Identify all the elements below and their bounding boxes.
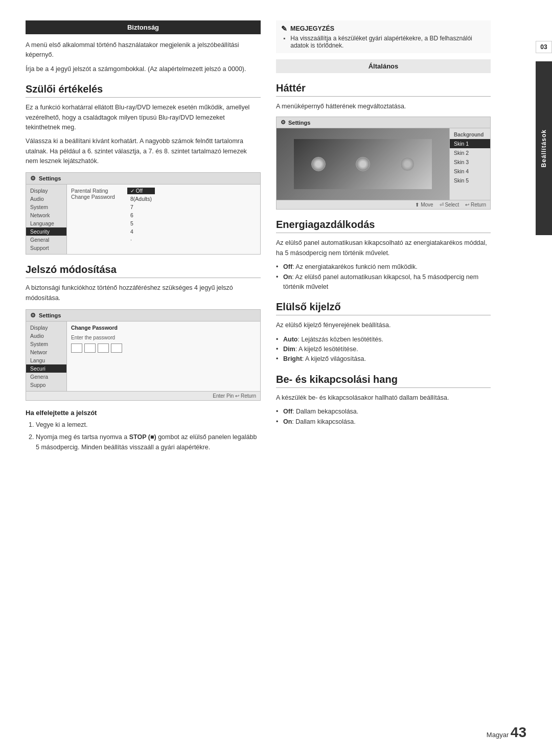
step-1-text: Vegye ki a lemezt.: [36, 421, 87, 428]
energy-text: Az elülső panel automatikusan kikapcsolh…: [276, 238, 491, 258]
menu-support: Support: [26, 244, 66, 252]
option-adults: 8(Adults): [127, 195, 155, 202]
step-2: Nyomja meg és tartsa nyomva a STOP (■) g…: [36, 432, 261, 452]
front-auto-label: Auto: [283, 336, 297, 343]
background-heading: Háttér: [276, 82, 491, 97]
menu-language: Language: [26, 219, 66, 227]
left-column: Biztonság A menü első alkalommal történő…: [26, 20, 261, 736]
general-header: Általános: [276, 59, 491, 73]
front-display-text: Az elülső kijelző fényerejének beállítás…: [276, 320, 491, 330]
pencil-icon: ✎: [281, 25, 287, 33]
sound-off-text: : Dallam bekapcsolása.: [292, 408, 358, 415]
note-title: ✎ MEGJEGYZÉS: [281, 25, 486, 33]
sound-on-label: On: [283, 418, 292, 425]
parental-options: ✓ Off 8(Adults) 7 6 5 4 ·: [127, 188, 155, 243]
menu-system: System: [26, 203, 66, 211]
pin-4: [111, 343, 122, 353]
front-dim-label: Dim: [283, 346, 295, 353]
bg-skin-5: Skin 5: [450, 176, 490, 185]
option-off: ✓ Off: [127, 188, 155, 194]
password-label: Change Password: [71, 194, 122, 200]
option-7: 7: [127, 203, 155, 211]
settings-body: Display Audio System Network Language Se…: [26, 185, 260, 254]
bg-skin-3: Skin 3: [450, 157, 490, 167]
password-settings-body: Display Audio System Networ Langu Securi…: [26, 322, 260, 391]
bg-footer: ⬆ Move ⏎ Select ↩ Return: [277, 200, 490, 209]
step-2-prefix: Nyomja meg és tartsa nyomva a: [36, 433, 129, 441]
page-footer: Magyar 43: [487, 724, 526, 741]
option-5: 5: [127, 220, 155, 227]
side-tab: Beállítások: [536, 61, 552, 235]
sound-off-item: Off: Dallam bekapcsolása.: [276, 407, 491, 417]
disc-image-3: [400, 157, 415, 171]
pin-3: [98, 343, 109, 353]
password-settings-title: Settings: [39, 312, 61, 318]
settings-header: ⚙ Settings: [26, 173, 260, 185]
language-label: Magyar: [487, 731, 509, 739]
pw-menu-audio: Audio: [26, 332, 66, 340]
parental-row: Parental Rating Change Password ✓ Off 8(…: [71, 188, 256, 243]
energy-on-label: On: [283, 273, 292, 281]
sound-off-label: Off: [283, 408, 292, 415]
note-text: Ha visszaállítja a készüléket gyári alap…: [290, 35, 486, 49]
step-1: Vegye ki a lemezt.: [36, 420, 261, 430]
settings-content: Parental Rating Change Password ✓ Off 8(…: [67, 185, 260, 254]
front-auto-text: : Lejátszás közben lesötétítés.: [297, 336, 383, 343]
chapter-number: 03: [540, 43, 547, 51]
background-mockup: ⚙ Settings Background Skin 1 Ski: [276, 117, 491, 210]
front-bright-label: Bright: [283, 355, 302, 362]
bg-preview-inner: [294, 139, 432, 189]
stop-button-label: STOP (■): [129, 433, 156, 441]
page-number: 43: [511, 724, 526, 740]
sound-heading: Be- és kikapcsolási hang: [276, 374, 491, 388]
parental-text-1: Ez a funkció korhatárral ellátott Blu-ra…: [26, 103, 261, 132]
password-settings-content: Change Password Enter the password: [67, 322, 260, 391]
note-box: ✎ MEGJEGYZÉS ▪ Ha visszaállítja a készül…: [276, 20, 491, 53]
password-footer: Enter Pin ↩ Return: [26, 391, 260, 400]
disc-image-1: [311, 157, 326, 171]
pw-menu-support: Suppo: [26, 381, 66, 389]
disc-image-2: [356, 157, 370, 171]
energy-off-item: Off: Az energiatakarékos funkció nem műk…: [276, 262, 491, 272]
sound-list: Off: Dallam bekapcsolása. On: Dallam kik…: [276, 407, 491, 427]
menu-network: Network: [26, 211, 66, 219]
password-menu: Display Audio System Networ Langu Securi…: [26, 322, 67, 391]
front-display-heading: Elülső kijelző: [276, 301, 491, 315]
energy-on-text: : Az elülső panel automatikusan kikapcso…: [283, 273, 478, 290]
security-intro-2: Írja be a 4 jegyű jelszót a számgombokka…: [26, 64, 261, 74]
gear-icon-2: ⚙: [30, 312, 36, 319]
parental-label: Parental Rating: [71, 188, 122, 194]
front-bright-item: Bright: A kijelző világosítása.: [276, 354, 491, 364]
front-auto-item: Auto: Lejátszás közben lesötétítés.: [276, 335, 491, 345]
right-column: ✎ MEGJEGYZÉS ▪ Ha visszaállítja a készül…: [276, 20, 511, 736]
menu-general: General: [26, 236, 66, 244]
bg-gear-icon: ⚙: [281, 119, 286, 126]
pw-menu-language: Langu: [26, 356, 66, 364]
menu-security: Security: [26, 227, 66, 236]
menu-display: Display: [26, 187, 66, 195]
bg-preview: [277, 128, 449, 200]
password-heading: Jelszó módosítása: [26, 264, 261, 278]
bg-skin-1: Skin 1: [450, 139, 490, 148]
bg-skin-4: Skin 4: [450, 167, 490, 176]
bg-section-label: Background: [450, 130, 490, 139]
note-bullet-icon: ▪: [283, 35, 285, 42]
settings-title: Settings: [39, 175, 61, 181]
option-6: 6: [127, 212, 155, 219]
security-intro-1: A menü első alkalommal történő használat…: [26, 40, 261, 60]
security-header: Biztonság: [26, 20, 261, 34]
option-dot: ·: [127, 236, 155, 243]
energy-on-item: On: Az elülső panel automatikusan kikapc…: [276, 272, 491, 292]
pin-2: [84, 343, 96, 353]
front-dim-text: : A kijelző lesötétítése.: [295, 346, 358, 353]
bg-return-label: ↩ Return: [465, 202, 486, 208]
sound-on-item: On: Dallam kikapcsolása.: [276, 417, 491, 427]
sound-text: A készülék be- és kikapcsolásakor hallha…: [276, 393, 491, 403]
pw-menu-security: Securi: [26, 364, 66, 373]
password-footer-text: Enter Pin ↩ Return: [213, 393, 256, 399]
forgot-steps: Vegye ki a lemezt. Nyomja meg és tartsa …: [26, 420, 261, 452]
gear-icon: ⚙: [30, 175, 36, 182]
password-settings-mockup: ⚙ Settings Display Audio System Networ L…: [26, 309, 261, 401]
bg-settings-title: Settings: [288, 120, 310, 126]
pin-1: [71, 343, 82, 353]
